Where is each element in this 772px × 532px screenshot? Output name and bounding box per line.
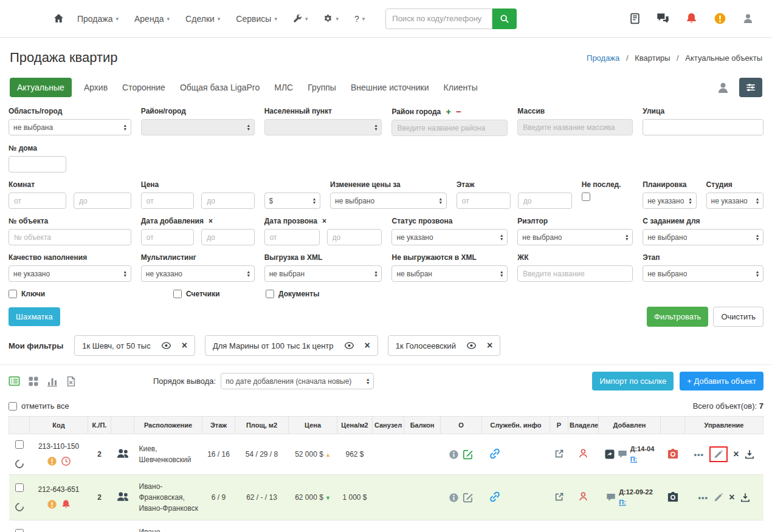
edit-note-icon[interactable] — [463, 449, 474, 460]
people-icon[interactable] — [117, 491, 129, 503]
documents-checkbox[interactable] — [266, 290, 274, 298]
journal-icon[interactable] — [629, 13, 641, 24]
price-from-input[interactable] — [141, 193, 194, 209]
download-icon[interactable] — [745, 449, 754, 459]
realtor-select[interactable]: не выбрано▴ ▾ — [517, 229, 633, 245]
home-icon[interactable] — [53, 13, 64, 24]
clock-icon[interactable] — [61, 456, 71, 466]
info-icon[interactable] — [449, 493, 459, 503]
add-district-icon[interactable]: + — [446, 107, 451, 116]
object-code[interactable]: 213-110-150 — [31, 442, 87, 451]
delete-icon[interactable]: × — [729, 493, 734, 502]
remove-filter-icon[interactable]: × — [182, 341, 187, 350]
nav-menu-deals[interactable]: Сделки▾ — [185, 14, 220, 24]
row-checkbox[interactable] — [15, 529, 24, 532]
district-select[interactable]: ▴ ▾ — [141, 119, 255, 135]
floor-from-input[interactable] — [457, 193, 511, 209]
clear-date-call-icon[interactable]: × — [322, 217, 326, 225]
edit-note-icon[interactable] — [463, 492, 474, 503]
warning-circle-icon[interactable] — [47, 456, 57, 466]
status-ring-icon[interactable] — [13, 458, 26, 470]
view-chart-icon[interactable] — [47, 376, 58, 387]
link-icon[interactable] — [489, 491, 500, 502]
complex-input[interactable] — [517, 265, 633, 282]
external-link-icon[interactable] — [554, 492, 564, 502]
call-date-link[interactable]: П: — [619, 499, 626, 506]
messages-icon[interactable] — [657, 12, 669, 25]
nav-menu-help[interactable]: ?▾ — [354, 14, 365, 24]
not-last-checkbox[interactable] — [582, 193, 590, 201]
tab-archive[interactable]: Архив — [84, 83, 108, 92]
info-icon[interactable] — [449, 449, 459, 460]
import-by-link-button[interactable]: Импорт по ссылке — [592, 372, 674, 390]
camera-icon[interactable] — [667, 448, 679, 460]
people-icon[interactable] — [117, 448, 129, 460]
currency-select[interactable]: $▴ ▾ — [264, 193, 320, 209]
nav-menu-rent[interactable]: Аренда▾ — [134, 14, 170, 24]
edit-pencil-icon[interactable] — [714, 493, 723, 502]
clear-date-added-icon[interactable]: × — [209, 217, 213, 225]
bell-icon[interactable] — [61, 499, 71, 510]
eye-icon[interactable] — [160, 341, 172, 350]
filter-reset-button[interactable]: Очистить — [713, 307, 763, 327]
add-object-button[interactable]: + Добавить объект — [680, 372, 763, 390]
comment-bubble-icon[interactable] — [606, 493, 616, 502]
tab-mls[interactable]: МЛС — [274, 83, 293, 92]
price-change-select[interactable]: не выбрано▴ ▾ — [330, 193, 447, 209]
select-all-checkbox[interactable] — [9, 402, 17, 411]
date-added-to-input[interactable] — [201, 229, 254, 245]
user-icon[interactable] — [742, 13, 754, 24]
reply-square-icon[interactable] — [605, 449, 615, 459]
multilisting-select[interactable]: не указано▴ ▾ — [141, 265, 255, 282]
eye-icon[interactable] — [466, 341, 477, 350]
price-to-input[interactable] — [201, 193, 254, 209]
remove-district-icon[interactable]: − — [456, 107, 461, 116]
remove-filter-icon[interactable]: × — [487, 341, 492, 350]
tab-external-sources[interactable]: Внешние источники — [351, 83, 429, 92]
chess-button[interactable]: Шахматка — [9, 307, 60, 326]
floor-to-input[interactable] — [518, 193, 572, 209]
nav-menu-sale[interactable]: Продажа▾ — [77, 14, 119, 24]
object-number-input[interactable] — [9, 229, 131, 245]
street-input[interactable] — [643, 119, 763, 135]
notifications-bell-icon[interactable] — [685, 12, 698, 25]
task-for-select[interactable]: не выбрано▴ ▾ — [643, 229, 763, 245]
saved-filter-chip[interactable]: Для Марины от 100 тыс 1к центр × — [205, 335, 378, 356]
owner-icon[interactable] — [578, 491, 588, 502]
search-input[interactable] — [385, 9, 492, 29]
saved-filter-chip[interactable]: 1к Голосеевский × — [388, 335, 500, 356]
counters-checkbox[interactable] — [173, 290, 182, 298]
eye-icon[interactable] — [343, 341, 355, 350]
more-actions-icon[interactable]: ••• — [698, 493, 709, 502]
export-excel-icon[interactable] — [66, 376, 77, 387]
city-district-input[interactable] — [391, 120, 508, 136]
date-call-from-input[interactable] — [264, 229, 320, 245]
date-call-to-input[interactable] — [327, 229, 382, 245]
row-checkbox[interactable] — [15, 483, 24, 492]
remove-filter-icon[interactable]: × — [365, 341, 370, 350]
house-number-input[interactable] — [9, 156, 66, 172]
rooms-to-input[interactable] — [74, 193, 131, 209]
filter-toggle-button[interactable] — [739, 78, 762, 97]
tab-clients[interactable]: Клиенты — [444, 83, 478, 92]
comment-bubble-icon[interactable] — [618, 449, 627, 459]
breadcrumb-sale-link[interactable]: Продажа — [587, 53, 619, 63]
object-code[interactable]: 212-643-651 — [31, 485, 87, 494]
edit-pencil-icon[interactable] — [714, 449, 723, 459]
settlement-select[interactable]: ▴ ▾ — [264, 119, 382, 135]
user-icon[interactable] — [717, 81, 729, 94]
download-icon[interactable] — [740, 493, 750, 502]
region-select[interactable]: не выбрана▴ ▾ — [9, 119, 131, 135]
external-link-icon[interactable] — [554, 449, 564, 459]
xml-no-upload-select[interactable]: не выбран▴ ▾ — [391, 265, 508, 282]
warning-circle-icon[interactable] — [47, 499, 57, 510]
keys-checkbox[interactable] — [9, 290, 17, 298]
camera-icon[interactable] — [667, 491, 679, 503]
status-ring-icon[interactable] — [13, 501, 26, 513]
row-checkbox[interactable] — [15, 440, 24, 449]
call-status-select[interactable]: не указано▴ ▾ — [391, 229, 508, 245]
nav-menu-tools[interactable]: ▾ — [293, 14, 308, 23]
tab-third-party[interactable]: Сторонние — [122, 83, 165, 92]
rooms-from-input[interactable] — [9, 193, 66, 209]
tab-actual[interactable]: Актуальные — [10, 78, 72, 97]
